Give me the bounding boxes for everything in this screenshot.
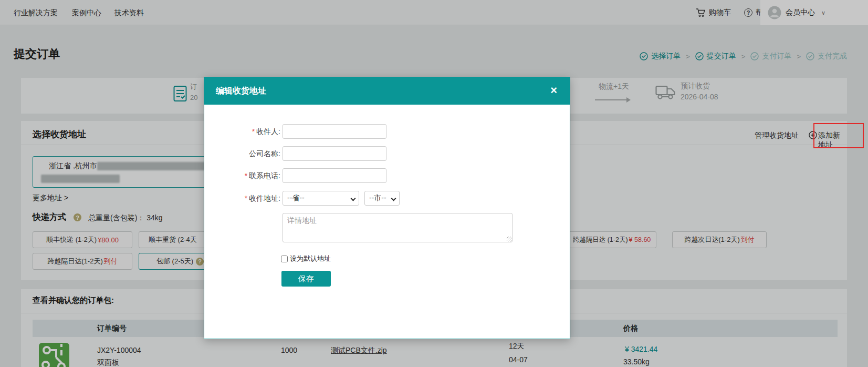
recipient-input[interactable]	[283, 124, 386, 139]
screen: 行业解决方案 案例中心 技术资料 购物车 ? 帮助中心 会员中心 ∨ 提交订	[0, 0, 868, 367]
save-button[interactable]: 保存	[281, 271, 331, 287]
default-address-checkbox[interactable]	[281, 256, 288, 262]
chevron-down-icon	[351, 196, 356, 201]
modal-title: 编辑收货地址	[216, 86, 266, 97]
resize-handle-icon[interactable]	[507, 237, 512, 242]
phone-input[interactable]	[283, 168, 386, 183]
phone-label: *联系电话:	[204, 168, 280, 183]
recipient-label: *收件人:	[204, 124, 280, 139]
chevron-down-icon	[391, 196, 396, 201]
address-label: *收件地址:	[204, 191, 280, 206]
detail-address-textarea[interactable]	[283, 213, 513, 242]
edit-address-modal: 编辑收货地址 × *收件人: 公司名称: *联系电话: *收件地址: --省--…	[204, 77, 570, 339]
modal-header: 编辑收货地址 ×	[204, 77, 570, 105]
default-address-label: 设为默认地址	[290, 254, 331, 263]
company-input[interactable]	[283, 146, 386, 161]
company-label: 公司名称:	[204, 146, 280, 161]
province-select[interactable]: --省--	[283, 191, 359, 206]
close-icon[interactable]: ×	[550, 84, 557, 97]
set-default-row: 设为默认地址	[281, 254, 331, 263]
city-select[interactable]: --市--	[364, 191, 400, 206]
